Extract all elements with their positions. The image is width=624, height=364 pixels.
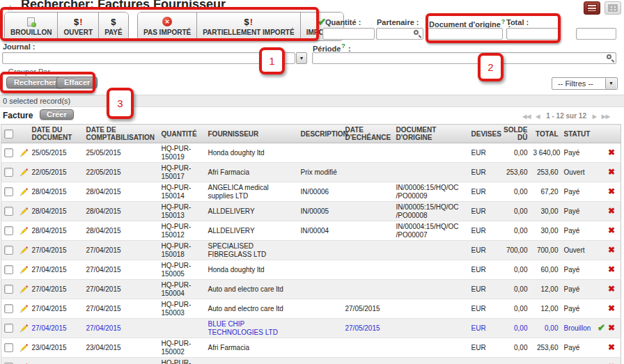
row-checkbox[interactable]: [4, 246, 13, 255]
invoice-row[interactable]: 27/04/201527/04/2015BLUE CHIP TECHNOLOGI…: [1, 319, 621, 338]
journal-dropdown-button[interactable]: ▼: [296, 52, 307, 64]
dollar-exclaim-icon: $!: [74, 17, 83, 27]
clear-button[interactable]: Effacer: [56, 77, 98, 88]
total-to-input[interactable]: [576, 28, 616, 40]
row-checkbox[interactable]: [4, 285, 13, 294]
edit-pencil-icon: [20, 187, 29, 196]
cell-quantite: HQ-PUR-150013: [159, 202, 205, 221]
cell-fournisseur: ALLDELIVERY: [205, 202, 298, 221]
cell-description: [298, 299, 343, 319]
cell-description: [298, 319, 343, 338]
cell-quantite: HQ-PUR-150012: [159, 221, 205, 241]
cell-statut: Brouillon: [561, 319, 591, 338]
delete-icon[interactable]: ✖: [608, 303, 615, 313]
col-date-document[interactable]: DATE DU DOCUMENT: [29, 125, 84, 143]
col-statut[interactable]: STATUT: [561, 125, 591, 143]
delete-icon[interactable]: ✖: [608, 167, 615, 177]
delete-icon[interactable]: ✖: [608, 245, 615, 255]
col-quantite[interactable]: QUANTITÉ: [159, 125, 205, 143]
filter-pas-importe-button[interactable]: ✕ PAS IMPORTÉ: [138, 13, 196, 40]
col-fournisseur[interactable]: FOURNISSEUR: [205, 125, 298, 143]
col-description[interactable]: DESCRIPTION: [298, 125, 343, 143]
last-page-icon[interactable]: ▶▶: [602, 113, 610, 120]
search-button[interactable]: Rechercher: [6, 77, 64, 88]
col-total[interactable]: TOTAL: [531, 125, 561, 143]
row-checkbox[interactable]: [4, 168, 13, 177]
col-devises[interactable]: DEVISES: [469, 125, 499, 143]
quantite-input[interactable]: [322, 28, 375, 40]
partenaire-search-icon[interactable]: [414, 30, 419, 35]
filter-brouillon-button[interactable]: BROUILLON: [5, 13, 57, 40]
cell-document-origine: [393, 260, 469, 280]
journal-input[interactable]: [2, 52, 295, 64]
first-page-icon[interactable]: ◀◀: [522, 113, 531, 120]
col-date-echeance[interactable]: DATE D'ECHÉANCE: [343, 125, 393, 143]
invoice-row[interactable]: 22/05/201522/05/2015HQ-PUR-150017Afri Fa…: [1, 163, 621, 182]
invoice-row[interactable]: 27/04/201527/04/2015HQ-PUR-150018SPECIAL…: [1, 241, 621, 260]
delete-icon[interactable]: ✖: [608, 148, 615, 157]
filters-dropdown-arrow-icon[interactable]: ▼: [605, 78, 616, 89]
filter-ouvert-button[interactable]: $! OUVERT: [57, 13, 98, 40]
cell-document-origine: [393, 280, 469, 299]
cell-devises: EUR: [469, 319, 499, 338]
delete-icon[interactable]: ✖: [608, 284, 615, 294]
invoice-row[interactable]: 27/04/201527/04/2015HQ-PUR-150003Auto an…: [1, 299, 621, 319]
next-page-icon[interactable]: ▶: [593, 113, 597, 120]
row-checkbox[interactable]: [4, 343, 13, 352]
row-checkbox[interactable]: [4, 304, 13, 313]
partenaire-label: Partenaire :: [377, 18, 419, 26]
cell-devises: EUR: [469, 260, 499, 280]
invoice-row[interactable]: 25/05/201525/05/2015HQ-PUR-150019Honda d…: [1, 143, 621, 163]
cell-fournisseur: Honda doughty ltd: [205, 260, 298, 280]
cell-devises: EUR: [469, 163, 499, 182]
row-checkbox[interactable]: [4, 324, 13, 333]
invoice-row[interactable]: 27/04/201527/04/2015HQ-PUR-150004Auto an…: [1, 280, 621, 299]
journal-label: Journal :: [3, 42, 35, 51]
group-by-toggle[interactable]: ▸Grouper Par: [3, 68, 50, 76]
cell-quantite: HQ-PUR-150017: [159, 163, 205, 182]
cell-date-comptabilisation: 28/04/2015: [84, 202, 159, 221]
periode-input[interactable]: [312, 52, 616, 64]
search-panel: BROUILLON $! OUVERT $ PAYÉ ✕ PAS IMPORTÉ…: [0, 0, 624, 109]
col-solde-du[interactable]: SOLDE DÛ: [499, 125, 531, 143]
cell-quantite: [159, 319, 205, 338]
help-icon: ?: [341, 42, 345, 49]
col-document-origine[interactable]: DOCUMENT D'ORIGINE: [393, 125, 469, 143]
cell-total: 60,00: [531, 260, 561, 280]
invoice-table: DATE DU DOCUMENT DATE DE COMPTABILISATIO…: [1, 124, 621, 364]
delete-icon[interactable]: ✖: [608, 264, 615, 274]
cell-solde-du: 0,00: [499, 143, 531, 163]
filter-paye-button[interactable]: $ PAYÉ: [98, 13, 128, 40]
row-checkbox[interactable]: [4, 226, 13, 235]
delete-icon[interactable]: ✖: [608, 187, 615, 196]
delete-icon[interactable]: ✖: [608, 323, 615, 333]
row-checkbox[interactable]: [4, 265, 13, 274]
col-date-comptabilisation[interactable]: DATE DE COMPTABILISATION: [84, 125, 159, 143]
filters-dropdown[interactable]: -- Filtres -- ▼: [552, 77, 618, 90]
prev-page-icon[interactable]: ◀: [536, 113, 540, 120]
document-origine-input[interactable]: [428, 28, 503, 40]
invoice-row[interactable]: 28/04/201528/04/2015HQ-PUR-150014ANGELIC…: [1, 182, 621, 202]
imported-check-icon: ✔: [598, 322, 605, 333]
delete-icon[interactable]: ✖: [608, 342, 615, 352]
invoice-row[interactable]: 23/04/201523/04/2015HQ-PUR-150002Afri Fa…: [1, 338, 621, 358]
row-checkbox[interactable]: [4, 148, 13, 157]
invoice-row[interactable]: 28/04/201528/04/2015HQ-PUR-150012ALLDELI…: [1, 221, 621, 241]
delete-icon[interactable]: ✖: [608, 206, 615, 216]
invoice-row[interactable]: 23/04/201523/04/2015HQ-PUR-150001AFRICA …: [1, 358, 621, 364]
cell-statut: Payé: [561, 299, 591, 319]
delete-icon[interactable]: ✖: [608, 225, 615, 235]
cell-date-document: 28/04/2015: [29, 221, 84, 241]
invoice-row[interactable]: 27/04/201527/04/2015HQ-PUR-150005Honda d…: [1, 260, 621, 280]
cell-devises: EUR: [469, 358, 499, 364]
row-checkbox[interactable]: [4, 207, 13, 216]
invoice-row[interactable]: 28/04/201528/04/2015HQ-PUR-150013ALLDELI…: [1, 202, 621, 221]
select-all-checkbox[interactable]: [4, 129, 13, 139]
cell-total: 30,00: [531, 202, 561, 221]
periode-search-icon[interactable]: [607, 54, 611, 59]
total-from-input[interactable]: [506, 28, 559, 40]
filter-partiellement-importe-button[interactable]: $! PARTIELLEMENT IMPORTÉ: [196, 13, 299, 40]
cell-document-origine: [393, 163, 469, 182]
row-checkbox[interactable]: [4, 187, 13, 196]
create-button[interactable]: Créer: [40, 109, 74, 120]
